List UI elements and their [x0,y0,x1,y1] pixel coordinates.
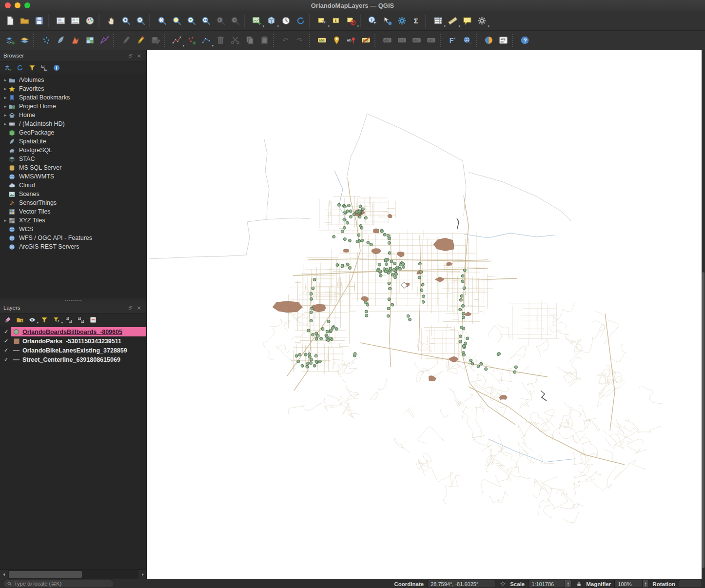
browser-item-wcs[interactable]: WCS [0,225,146,234]
map-vertical-scrollbar[interactable] [702,50,705,579]
new-project-button[interactable] [2,14,17,28]
magnifier-value[interactable]: 100% [614,580,642,588]
expand-all-button[interactable] [63,314,74,325]
vertex-tool-button[interactable]: ▾ [198,33,213,48]
new-print-layout-button[interactable] [53,14,68,28]
coordinate-field[interactable]: 28.7594°, -81.6025° [427,580,495,588]
expand-arrow-icon[interactable]: ▸ [2,218,8,223]
browser-item-ms-sql-server[interactable]: MS SQL Server [0,163,146,172]
zoom-in-button[interactable] [118,14,133,28]
open-attribute-table-button[interactable]: ▾ [431,14,445,28]
browser-item-spatial-bookmarks[interactable]: ▸Spatial Bookmarks [0,93,146,102]
scale-stepper[interactable]: ▴▾ [565,580,571,588]
close-window-button[interactable] [5,2,11,8]
pin-labels-button[interactable]: ab [344,33,358,48]
browser-item-cloud[interactable]: Cloud [0,181,146,190]
browser-item-vector-tiles[interactable]: Vector Tiles [0,207,146,216]
browser-item-postgresql[interactable]: PostgreSQL [0,146,146,155]
coordinate-capture-icon[interactable] [499,580,507,588]
new-virtual-layer-button[interactable] [97,33,112,48]
close-panel-icon[interactable] [136,52,143,59]
select-by-expression-button[interactable]: ε [329,14,344,28]
add-vector-layer-button[interactable] [17,33,32,48]
annotations-button[interactable]: ▾ [474,14,489,28]
expand-arrow-icon[interactable]: ▸ [2,95,8,100]
map-canvas[interactable] [147,50,705,579]
magnifier-spinbox[interactable]: 100% ▴▾ [614,580,649,588]
filter-by-expression-button[interactable]: ε▾ [51,314,62,325]
browser-item-home[interactable]: ▸Home [0,111,146,119]
open-layer-styling-button[interactable] [2,314,13,325]
refresh-map-button[interactable] [293,14,308,28]
browser-properties-button[interactable] [51,62,62,73]
collapse-all-button[interactable] [39,62,50,73]
horizontal-scrollbar[interactable] [0,569,146,579]
new-3d-map-view-button[interactable]: ▾ [264,14,278,28]
digitize-with-segment-button[interactable]: ▾ [169,33,184,48]
browser-item-project-home[interactable]: ▸Project Home [0,102,146,111]
refresh-browser-button[interactable] [14,62,25,73]
expand-arrow-icon[interactable]: ▸ [2,113,8,118]
field-calculator-button[interactable]: Fx [445,33,460,48]
float-panel-icon[interactable] [127,52,134,59]
browser-item-wms-wmts[interactable]: WMS/WMTS [0,172,146,181]
minimize-window-button[interactable] [15,2,20,8]
browser-item-wfs-ogc-api-features[interactable]: WFS / OGC API - Features [0,234,146,242]
panel-splitter[interactable] [0,298,146,302]
rotation-field[interactable] [679,580,702,588]
add-group-button[interactable] [14,314,25,325]
zoom-to-layer-button[interactable] [184,14,198,28]
open-data-source-manager-button[interactable] [2,33,17,48]
deselect-all-button[interactable]: ▾ [344,14,358,28]
zoom-out-button[interactable] [133,14,148,28]
locate-search-input[interactable]: Type to locate (⌘K) [3,580,114,588]
zoom-to-selection-button[interactable] [169,14,184,28]
pan-map-button[interactable] [104,14,118,28]
scroll-right-icon[interactable] [138,570,146,579]
filter-legend-button[interactable] [39,314,50,325]
statistical-summary-button[interactable]: Σ [409,14,424,28]
map-scrollbar-thumb[interactable] [702,272,705,568]
layer-row-street-centerline-6391808615069[interactable]: ✓Street_Centerline_6391808615069 [0,355,146,364]
lock-scale-icon[interactable] [575,580,583,588]
metasearch-button[interactable] [460,33,474,48]
layer-visibility-checkbox[interactable]: ✓ [2,356,10,363]
browser-item-arcgis-rest-servers[interactable]: ArcGIS REST Servers [0,242,146,251]
add-selected-layers-button[interactable] [2,62,13,73]
browser-item-spatialite[interactable]: SpatiaLite [0,137,146,146]
identify-features-button[interactable]: i [365,14,380,28]
svg-annotation-button[interactable]: svg<> [496,33,510,48]
style-manager-button[interactable] [82,14,97,28]
remove-layer-button[interactable] [87,314,98,325]
save-project-button[interactable] [32,14,46,28]
browser-item-scenes[interactable]: Scenes [0,190,146,198]
add-point-cloud-layer-button[interactable] [39,33,53,48]
scale-value[interactable]: 1:101786 [528,580,565,588]
scrollbar-thumb[interactable] [9,571,82,578]
toggle-editing-button[interactable] [133,33,148,48]
browser-item-sensorthings[interactable]: SensorThings [0,198,146,207]
expand-arrow-icon[interactable]: ▸ [2,104,8,109]
expand-arrow-icon[interactable]: ▸ [2,121,8,126]
magnifier-stepper[interactable]: ▴▾ [642,580,649,588]
filter-browser-button[interactable] [26,62,38,73]
scale-combo[interactable]: 1:101786 ▴▾ [528,580,571,588]
map-tips-button[interactable] [460,14,474,28]
run-feature-action-button[interactable] [380,14,394,28]
manage-map-themes-button[interactable]: ▾ [26,314,38,325]
layer-row-orlandoparks-5301150343239511[interactable]: ✓OrlandoParks_-5301150343239511 [0,336,146,346]
browser-item-macintosh-hd[interactable]: ▸/ (Macintosh HD) [0,119,146,128]
open-project-button[interactable] [17,14,32,28]
scrollbar-track[interactable] [8,570,138,579]
measure-button[interactable]: ▾ [445,14,460,28]
layer-row-orlandoboardsbillboards-809605[interactable]: ✓OrlandoBoardsBillboards_-809605 [0,327,146,336]
processing-toolbox-button[interactable] [394,14,409,28]
expand-arrow-icon[interactable]: ▸ [2,86,8,91]
layer-labeling-button[interactable]: abc [314,33,329,48]
add-raster-layer-button[interactable] [82,33,97,48]
browser-item-geopackage[interactable]: GeoPackage [0,128,146,137]
scroll-left-icon[interactable] [0,570,8,579]
collapse-all-layers-button[interactable] [75,314,86,325]
new-map-view-button[interactable]: ▾ [249,14,264,28]
expand-arrow-icon[interactable]: ▸ [2,78,8,82]
